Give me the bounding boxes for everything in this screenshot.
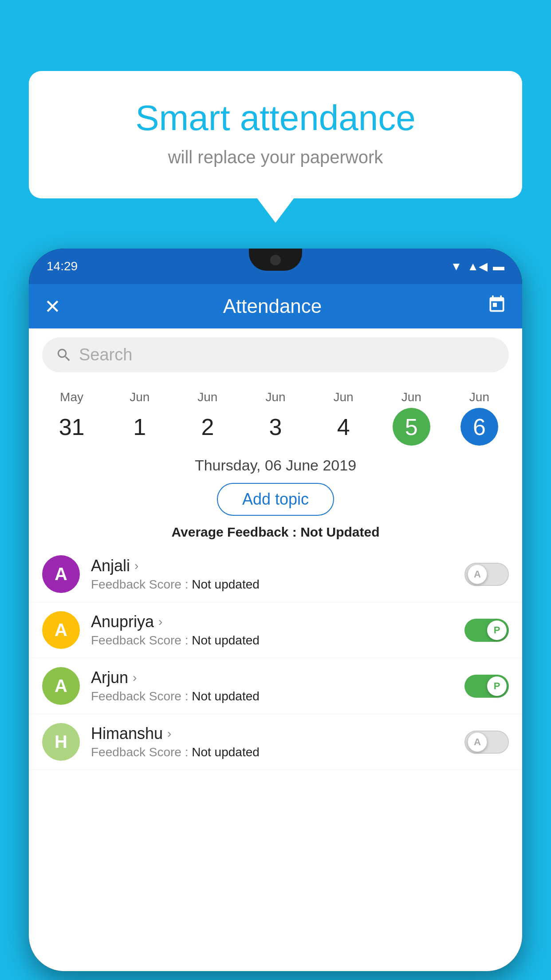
student-avatar: A: [42, 611, 80, 649]
chevron-icon: ›: [134, 559, 138, 573]
cal-month-label: Jun: [197, 390, 217, 404]
student-item[interactable]: AArjun ›Feedback Score : Not updatedP: [29, 658, 522, 714]
cal-month-label: Jun: [469, 390, 489, 404]
add-topic-button[interactable]: Add topic: [217, 483, 334, 516]
phone-frame: 14:29 ▼ ▲◀ ▬ ✕ Attendance Search: [29, 249, 522, 971]
cal-day-col[interactable]: Jun4: [325, 390, 362, 446]
student-info: Arjun ›Feedback Score : Not updated: [91, 668, 453, 703]
toggle-knob: P: [487, 676, 507, 696]
calendar-strip: May31Jun1Jun2Jun3Jun4Jun5Jun6: [29, 381, 522, 448]
student-info: Himanshu ›Feedback Score : Not updated: [91, 724, 453, 759]
attendance-toggle[interactable]: A: [464, 563, 509, 586]
attendance-toggle[interactable]: A: [464, 731, 509, 754]
toggle-switch[interactable]: A: [464, 563, 509, 586]
student-info: Anupriya ›Feedback Score : Not updated: [91, 612, 453, 648]
student-info: Anjali ›Feedback Score : Not updated: [91, 557, 453, 592]
speech-bubble: Smart attendance will replace your paper…: [29, 71, 522, 198]
search-icon: [55, 347, 72, 364]
student-name: Himanshu ›: [91, 724, 453, 743]
cal-day-col[interactable]: Jun5: [393, 390, 430, 446]
calendar-icon[interactable]: [487, 295, 507, 318]
chevron-icon: ›: [167, 727, 171, 741]
attendance-toggle[interactable]: P: [464, 619, 509, 642]
wifi-icon: ▼: [451, 260, 462, 273]
student-feedback-score: Feedback Score : Not updated: [91, 633, 453, 648]
student-feedback-score: Feedback Score : Not updated: [91, 689, 453, 703]
cal-month-label: Jun: [130, 390, 150, 404]
student-item[interactable]: AAnupriya ›Feedback Score : Not updatedP: [29, 602, 522, 658]
cal-day-col[interactable]: Jun1: [121, 390, 158, 446]
avg-feedback: Average Feedback : Not Updated: [29, 520, 522, 542]
bubble-subtitle: will replace your paperwork: [55, 147, 496, 167]
toggle-switch[interactable]: P: [464, 619, 509, 642]
search-bar[interactable]: Search: [42, 337, 509, 372]
search-placeholder: Search: [79, 345, 132, 364]
cal-month-label: Jun: [265, 390, 285, 404]
app-header: ✕ Attendance: [29, 284, 522, 328]
camera: [270, 255, 281, 265]
feedback-value: Not updated: [192, 689, 260, 703]
student-avatar: H: [42, 723, 80, 761]
student-avatar: A: [42, 667, 80, 705]
app-title: Attendance: [71, 295, 474, 317]
student-feedback-score: Feedback Score : Not updated: [91, 745, 453, 759]
feedback-value: Not updated: [192, 577, 260, 591]
student-name: Arjun ›: [91, 668, 453, 687]
cal-day-number[interactable]: 6: [460, 408, 498, 446]
student-item[interactable]: AAnjali ›Feedback Score : Not updatedA: [29, 546, 522, 602]
status-time: 14:29: [47, 259, 78, 273]
cal-month-label: Jun: [334, 390, 354, 404]
chevron-icon: ›: [158, 615, 162, 629]
signal-icon: ▲◀: [467, 260, 488, 273]
app-content: Search May31Jun1Jun2Jun3Jun4Jun5Jun6 Thu…: [29, 328, 522, 971]
status-icons: ▼ ▲◀ ▬: [451, 260, 504, 273]
cal-day-col[interactable]: May31: [53, 390, 91, 446]
toggle-knob: A: [468, 732, 487, 752]
status-bar: 14:29 ▼ ▲◀ ▬: [29, 249, 522, 284]
battery-icon: ▬: [493, 260, 504, 273]
bubble-title: Smart attendance: [55, 98, 496, 138]
student-avatar: A: [42, 555, 80, 593]
cal-day-number[interactable]: 3: [256, 408, 294, 446]
close-button[interactable]: ✕: [44, 295, 71, 318]
avg-feedback-label: Average Feedback :: [171, 525, 300, 539]
toggle-switch[interactable]: A: [464, 731, 509, 754]
cal-day-col[interactable]: Jun3: [256, 390, 294, 446]
search-container: Search: [29, 328, 522, 381]
student-item[interactable]: HHimanshu ›Feedback Score : Not updatedA: [29, 714, 522, 770]
feedback-value: Not updated: [192, 745, 260, 759]
avg-feedback-value: Not Updated: [300, 525, 379, 539]
feedback-value: Not updated: [192, 633, 260, 647]
cal-month-label: Jun: [401, 390, 421, 404]
cal-day-number[interactable]: 1: [121, 408, 158, 446]
cal-day-col[interactable]: Jun6: [460, 390, 498, 446]
cal-day-number[interactable]: 31: [53, 408, 91, 446]
cal-month-label: May: [60, 390, 83, 404]
student-name: Anjali ›: [91, 557, 453, 575]
toggle-knob: P: [487, 620, 507, 640]
cal-day-number[interactable]: 5: [393, 408, 430, 446]
toggle-knob: A: [468, 565, 487, 584]
cal-day-col[interactable]: Jun2: [189, 390, 226, 446]
cal-day-number[interactable]: 4: [325, 408, 362, 446]
student-name: Anupriya ›: [91, 612, 453, 631]
toggle-switch[interactable]: P: [464, 675, 509, 698]
chevron-icon: ›: [133, 671, 137, 685]
student-list: AAnjali ›Feedback Score : Not updatedAAA…: [29, 542, 522, 775]
cal-day-number[interactable]: 2: [189, 408, 226, 446]
notch-cutout: [249, 249, 302, 271]
attendance-toggle[interactable]: P: [464, 675, 509, 698]
speech-bubble-container: Smart attendance will replace your paper…: [29, 71, 522, 198]
student-feedback-score: Feedback Score : Not updated: [91, 577, 453, 592]
selected-date: Thursday, 06 June 2019: [29, 448, 522, 478]
